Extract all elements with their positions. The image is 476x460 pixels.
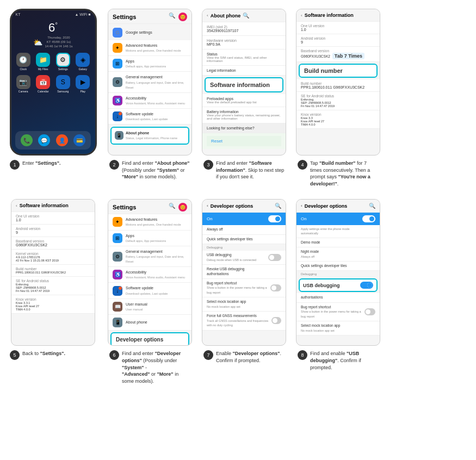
step-7-screen: ‹ Developer options 🔍 On Always off Quic… <box>202 199 286 346</box>
sw-update-icon: ↓ <box>113 111 122 121</box>
one-ui-value: 1.0 <box>301 28 375 32</box>
google-section: G Google settings <box>108 24 191 40</box>
step7-toggle-on[interactable] <box>268 215 281 222</box>
sw-update-item: ↓ Software updateDownload updates, Last … <box>108 109 191 125</box>
s7-mock-text: Select mock location appNo mock location… <box>207 300 246 309</box>
settings-icon: ⚙ <box>56 53 70 67</box>
step8-back-icon: ‹ <box>301 203 302 208</box>
hw-item: Hardware version MP0.9A <box>202 36 286 49</box>
step8-toggle-on[interactable] <box>362 215 375 222</box>
step-8-caption: 8 Find and enable "USB debugging". Confi… <box>296 350 380 371</box>
s7-usb-toggle[interactable] <box>268 254 281 261</box>
step-3-cell: ‹ About phone 🔍 IMEI (slot 2) 3542990911… <box>199 5 289 190</box>
s7-gnss: Force full GNSS measurementsTrack all GN… <box>202 312 286 330</box>
weather-icon: ⛅ <box>33 38 42 47</box>
s5-baseband-val: G960FXXU3CSK2 <box>16 243 90 247</box>
s6-user-manual: 📖 User manualUser manual <box>108 299 191 315</box>
step-5-screen: ‹ Software information One UI version 1.… <box>11 199 95 346</box>
step-2-caption: 2 Find and enter "About phone" (Possibly… <box>108 160 191 181</box>
hw-value: MP0.9A <box>207 42 281 46</box>
step-7-cell: ‹ Developer options 🔍 On Always off Quic… <box>199 196 289 388</box>
usb-debug-highlighted: USB debugging <box>299 278 378 292</box>
s8-auth-text: authorisations <box>301 295 323 300</box>
android-label: Android version <box>301 36 375 40</box>
sw-info-title: Software information <box>305 13 354 18</box>
s6-general: ⚙ General managementBattery, Language an… <box>108 246 191 267</box>
app-settings: ⚙ Settings <box>54 53 72 71</box>
app-galaxy: ◈ Galaxy <box>74 53 92 71</box>
legal-item: Legal information <box>202 66 286 76</box>
search-icon: 🔍 <box>169 13 175 21</box>
apps-item: ⊞ AppsDefault apps, App permissions <box>108 56 191 72</box>
phone-date-info: Thursday, 2020KT 45/88 (09 1s)14:46 1s/ … <box>45 36 72 48</box>
step-1-caption: 1 Enter "Settings". <box>9 160 97 170</box>
myfiles-label: My Files <box>38 67 48 71</box>
step6-header-icons: 🔍 😊 <box>169 203 187 212</box>
general-text: General managementBattery, Language and … <box>126 74 187 89</box>
step6-profile-icon: 😊 <box>178 203 187 212</box>
phone-weather: ⛅ Thursday, 2020KT 45/88 (09 1s)14:46 1s… <box>33 36 72 48</box>
s7-gnss-toggle[interactable] <box>271 317 281 324</box>
accessibility-item: ♿ AccessibilityVoice Assistant, Mono aud… <box>108 93 191 109</box>
s5-android-val: 9 <box>16 231 90 234</box>
s8-night-text: Night modeAlways off <box>301 250 319 259</box>
legal-text: Legal information <box>207 69 281 72</box>
s5-one-ui: One UI version 1.0 <box>11 212 95 225</box>
s8-demo-mode: Demo mode <box>296 238 380 247</box>
step8-on-label: On <box>301 216 307 221</box>
s6-sw-text: Software updateDownload updates, Last up… <box>126 285 168 295</box>
step7-dev-title-row: ‹ Developer options <box>207 203 253 209</box>
dock-phone-icon: 📞 <box>21 134 33 146</box>
s6-about-phone: 📱 About phone <box>108 315 191 331</box>
phone-app-grid: 🕐 Clock 📁 My Files ⚙ Settings ◈ Galaxy <box>11 51 95 73</box>
s8-quick-settings: Quick settings developer tiles <box>296 262 380 271</box>
app-samsung2: S Samsung <box>54 75 72 93</box>
s8-mock-loc: Select mock location appNo mock location… <box>296 321 380 335</box>
advanced-features-item: ✦ Advanced featuresMotions and gestures,… <box>108 40 191 56</box>
step-4-text: Tap "Build number" for 7 times consecuti… <box>310 160 379 187</box>
myfiles-icon: 📁 <box>36 53 50 67</box>
step-8-cell: ‹ Developer options 🔍 On Apply settings … <box>293 196 383 388</box>
s6-sw-icon: ↓ <box>113 286 122 296</box>
s5-build-val: PPR1.180610.011 G960FXXU3CSK2 <box>16 271 90 274</box>
apps-icon: ⊞ <box>113 59 122 69</box>
usb-debug-toggle[interactable] <box>360 282 373 289</box>
step7-toggle-row: On <box>202 213 286 225</box>
se-android-label: SE for Android status <box>301 94 375 98</box>
about-phone-highlighted: 📱 About phoneStatus, Legal information, … <box>110 127 189 144</box>
s6-access-icon: ♿ <box>113 270 122 279</box>
s7-bug-toggle[interactable] <box>270 284 281 291</box>
s5-oneui-val: 1.0 <box>16 218 90 222</box>
s8-bug-toggle[interactable] <box>364 308 375 315</box>
galaxy-icon: ◈ <box>76 53 90 67</box>
s6-apps-icon: ⊞ <box>113 233 122 243</box>
step-6-number: 6 <box>109 350 119 360</box>
s7-bug-text: Bug report shortcutShow a button in the … <box>207 281 270 295</box>
step-1-cell: KT ▲ WiFi ■ 6° ⛅ Thursday, 2020KT 45/88 … <box>5 5 101 190</box>
step-6-text: Find and enter "Developer options" (Poss… <box>122 350 190 384</box>
dock-contacts-icon: 👤 <box>56 134 68 146</box>
s7-usb-debugging: USB debuggingDebug mode when USB is conn… <box>202 251 286 265</box>
usb-debug-text: USB debugging <box>303 283 340 288</box>
s6-about-icon: 📱 <box>113 318 122 327</box>
step-2-cell: Settings 🔍 😊 G Google settings ✦ Advance… <box>105 5 195 190</box>
s6-advanced-text: Advanced featuresMotions and gestures, O… <box>126 217 181 227</box>
sw-info-header: ‹ Software information <box>296 9 380 22</box>
app-play2: ▶ Play <box>74 75 92 93</box>
clock-label: Clock <box>20 67 27 71</box>
accessibility-text: AccessibilityVoice Assistant, Mono audio… <box>126 96 185 105</box>
s6-advanced: ✦ Advanced featuresMotions and gestures,… <box>108 214 191 230</box>
looking-text: Looking for something else? <box>207 126 281 130</box>
s5-kernel-label: Kernel version <box>16 252 90 256</box>
step-1-phone: KT ▲ WiFi ■ 6° ⛅ Thursday, 2020KT 45/88 … <box>10 9 97 156</box>
s6-sw-update: ↓ Software updateDownload updates, Last … <box>108 283 191 299</box>
battery-info-text: Battery information <box>207 110 281 114</box>
knox-value: Knox 3.3Knox API level 27TIMA 4.0.0 <box>301 116 375 126</box>
step-3-screen: ‹ About phone 🔍 IMEI (slot 2) 3542990911… <box>202 9 286 156</box>
step-7-number: 7 <box>203 350 213 360</box>
battery-info-item: Battery information View your phone's ba… <box>202 107 286 123</box>
se-android-item: SE for Android status EnforcingSEP: ZM49… <box>296 92 380 110</box>
status-desc: View the SIM card status, IMEI, and othe… <box>207 56 281 63</box>
imei-value: 354299091197107 <box>207 29 281 33</box>
knox-item: Knox version Knox 3.3Knox API level 27TI… <box>296 110 380 129</box>
